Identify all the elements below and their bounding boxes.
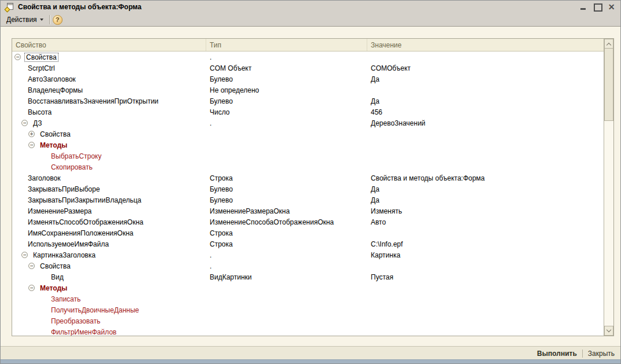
tree-row[interactable]: Записать (12, 293, 604, 304)
property-cell: −КартинкаЗаголовка (12, 251, 206, 260)
type-cell: . (206, 53, 367, 61)
scrollbar-up-button[interactable] (604, 39, 613, 49)
tree-row[interactable]: Скопировать (12, 161, 604, 172)
tree-row[interactable]: ВосстанавливатьЗначенияПриОткрытииБулево… (12, 95, 604, 106)
tree-row[interactable]: ИзменятьСпособОтображенияОкнаИзменениеСп… (12, 216, 604, 227)
property-cell: ПолучитьДвоичныеДанные (12, 306, 206, 315)
type-cell: Булево (206, 185, 367, 193)
chevron-down-icon (607, 327, 611, 332)
tree-row[interactable]: АвтоЗаголовокБулевоДа (12, 73, 604, 84)
property-cell: ЗакрыватьПриЗакрытииВладельца (12, 196, 206, 205)
property-label: КартинкаЗаголовка (31, 251, 97, 260)
tree-row[interactable]: ИспользуемоеИмяФайлаСтрокаC:\Info.epf (12, 238, 604, 249)
tree-row[interactable]: −КартинкаЗаголовка.Картинка (12, 249, 604, 260)
collapse-icon[interactable]: − (28, 142, 35, 148)
column-header-0: Свойство (12, 39, 206, 51)
type-cell: Булево (206, 196, 367, 204)
property-label: Скопировать (49, 163, 94, 172)
property-label: Заголовок (26, 174, 62, 183)
type-cell: ИзменениеРазмераОкна (206, 207, 367, 215)
tree-row[interactable]: −Свойства. (12, 260, 604, 271)
table-header-row: СвойствоТипЗначение (12, 39, 604, 52)
property-cell: −Свойства (12, 262, 206, 271)
property-label: АвтоЗаголовок (26, 75, 78, 84)
tree-row[interactable]: ЗакрыватьПриВыбореБулевоДа (12, 183, 604, 194)
tree-row[interactable]: ИмяСохраненияПоложенияОкнаСтрока (12, 227, 604, 238)
property-cell: Преобразовать (12, 317, 206, 326)
property-cell: −Методы (12, 284, 206, 293)
property-cell: ВыбратьСтроку (12, 152, 206, 161)
property-label: Свойства (24, 53, 59, 62)
expand-icon[interactable]: + (28, 131, 35, 137)
property-label: ДЗ (31, 119, 43, 128)
tree-row[interactable]: ScrptCtrlCOM ОбъектCOMОбъект (12, 62, 604, 73)
help-button[interactable]: ? (53, 15, 63, 25)
minimize-button-icon[interactable] (580, 3, 587, 10)
property-cell: ФильтрИменФайлов (12, 328, 206, 336)
tree-row[interactable]: ФильтрИменФайлов (12, 326, 604, 336)
tree-row[interactable]: ВидВидКартинкиПустая (12, 271, 604, 282)
type-cell: Число (206, 108, 367, 116)
property-cell: −Методы (12, 141, 206, 150)
property-cell: −ДЗ (12, 119, 206, 128)
tree-row[interactable]: ПолучитьДвоичныеДанные (12, 304, 604, 315)
collapse-icon[interactable]: − (21, 252, 28, 258)
property-label: ВосстанавливатьЗначенияПриОткрытии (26, 97, 160, 106)
property-cell: АвтоЗаголовок (12, 75, 206, 84)
property-label: ЗакрыватьПриЗакрытииВладельца (26, 196, 143, 205)
type-cell: . (206, 262, 367, 270)
property-label: Преобразовать (49, 317, 102, 326)
tree-row[interactable]: ВысотаЧисло456 (12, 106, 604, 117)
close-button-icon[interactable]: ✕ (608, 3, 615, 10)
property-label: ИспользуемоеИмяФайла (26, 240, 111, 249)
property-label: Записать (49, 295, 82, 304)
column-header-1: Тип (206, 39, 367, 51)
tree-row[interactable]: ИзменениеРазмераИзменениеРазмераОкнаИзме… (12, 205, 604, 216)
collapse-icon[interactable]: − (21, 120, 28, 126)
property-cell: −Свойства (12, 53, 206, 62)
tree-row[interactable]: ЗаголовокСтрокаСвойства и методы объекта… (12, 172, 604, 183)
collapse-icon[interactable]: − (28, 263, 35, 269)
window-controls: ✕ (580, 3, 616, 10)
scrollbar-thumb[interactable] (604, 49, 613, 121)
tree-row[interactable]: −Методы (12, 282, 604, 293)
property-label: ИмяСохраненияПоложенияОкна (26, 229, 135, 238)
tree-row[interactable]: ВладелецФормыНе определено (12, 84, 604, 95)
property-label: Свойства (38, 130, 72, 139)
value-cell: C:\Info.epf (367, 240, 603, 248)
tree-row[interactable]: −ДЗ.ДеревоЗначений (12, 117, 604, 128)
tree-row[interactable]: Преобразовать (12, 315, 604, 326)
actions-menu-button[interactable]: Действия (3, 14, 46, 25)
tree-row[interactable]: +Свойства (12, 128, 604, 139)
toolbar: Действия ? (1, 13, 620, 27)
value-cell: 456 (367, 108, 603, 116)
property-label: ScrptCtrl (26, 64, 57, 73)
maximize-button-icon[interactable] (594, 3, 601, 10)
property-cell: ВосстанавливатьЗначенияПриОткрытии (12, 97, 206, 106)
type-cell: Строка (206, 229, 367, 237)
properties-tree-table: СвойствоТипЗначение −Свойства.ScrptCtrlC… (12, 38, 614, 336)
vertical-scrollbar[interactable] (604, 39, 613, 336)
tree-row[interactable]: ВыбратьСтроку (12, 150, 604, 161)
property-label: ИзменениеРазмера (26, 207, 93, 216)
close-button[interactable]: Закрыть (588, 350, 615, 358)
type-cell: ИзменениеСпособаОтображенияОкна (206, 218, 367, 226)
scrollbar-track[interactable] (604, 121, 613, 326)
execute-button[interactable]: Выполнить (537, 350, 577, 358)
property-label: ПолучитьДвоичныеДанные (49, 306, 141, 315)
table-body: −Свойства.ScrptCtrlCOM ОбъектCOMОбъектАв… (12, 52, 604, 336)
window-bottom-edge (1, 359, 620, 363)
tree-row[interactable]: ЗакрыватьПриЗакрытииВладельцаБулевоДа (12, 194, 604, 205)
tree-row[interactable]: −Методы (12, 139, 604, 150)
scrollbar-down-button[interactable] (604, 326, 613, 336)
collapse-icon[interactable]: − (28, 285, 35, 291)
collapse-icon[interactable]: − (14, 54, 21, 60)
property-cell: ИмяСохраненияПоложенияОкна (12, 229, 206, 238)
tree-row[interactable]: −Свойства. (12, 52, 604, 62)
type-cell: Булево (206, 97, 367, 105)
type-cell: Строка (206, 174, 367, 182)
property-label: Методы (38, 284, 69, 293)
value-cell: Пустая (367, 273, 603, 281)
value-cell: Изменять (367, 207, 603, 215)
chevron-down-icon (40, 19, 43, 21)
